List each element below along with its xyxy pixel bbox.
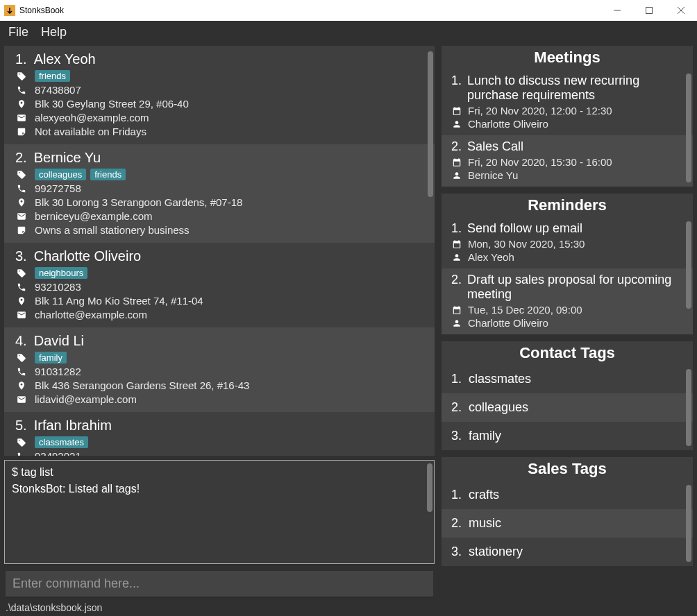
tag-list-item[interactable]: 1.crafts xyxy=(442,481,693,509)
contact-name: David Li xyxy=(34,333,84,349)
contact-address: Blk 30 Lorong 3 Serangoon Gardens, #07-1… xyxy=(35,196,242,208)
item-label: classmates xyxy=(469,372,531,386)
event-title: Lunch to discuss new recurring purchase … xyxy=(467,74,683,103)
event-when: Mon, 30 Nov 2020, 15:30 xyxy=(468,238,585,250)
tag-chip: neighbours xyxy=(35,267,87,279)
meetings-title: Meetings xyxy=(442,46,693,69)
item-index: 1. xyxy=(451,488,462,502)
contact-name: Charlotte Oliveiro xyxy=(34,248,142,264)
contact-list-panel: 1.Alex Yeohfriends87438807Blk 30 Geylang… xyxy=(4,46,435,456)
contact-index: 2. xyxy=(15,150,27,166)
item-label: family xyxy=(469,429,501,443)
item-index: 3. xyxy=(451,545,462,559)
scrollbar[interactable] xyxy=(686,485,691,562)
menu-file[interactable]: File xyxy=(8,25,28,40)
contact-tags: classmates xyxy=(35,436,88,448)
tag-chip: classmates xyxy=(35,436,88,448)
contact-phone: 99272758 xyxy=(35,182,81,194)
event-index: 1. xyxy=(451,221,462,236)
menu-help[interactable]: Help xyxy=(41,25,67,40)
tag-icon xyxy=(15,71,28,81)
command-input[interactable] xyxy=(6,571,433,598)
person-icon xyxy=(451,253,462,262)
scrollbar[interactable] xyxy=(686,369,691,446)
event-card[interactable]: 2.Sales CallFri, 20 Nov 2020, 15:30 - 16… xyxy=(442,135,693,187)
contact-list-scrollbar[interactable] xyxy=(428,50,433,452)
contact-email: charlotte@example.com xyxy=(35,309,147,320)
tag-icon xyxy=(15,438,28,447)
result-output: StonksBot: Listed all tags! xyxy=(12,483,427,495)
window-title: StonksBook xyxy=(19,6,64,15)
contact-email: alexyeoh@example.com xyxy=(35,112,149,123)
minimize-button[interactable] xyxy=(601,0,633,21)
contact-email: lidavid@example.com xyxy=(35,393,137,405)
contact-tags-title: Contact Tags xyxy=(442,341,693,365)
event-card[interactable]: 1.Send follow up emailMon, 30 Nov 2020, … xyxy=(442,217,693,268)
sales-tags-title: Sales Tags xyxy=(442,457,693,481)
person-icon xyxy=(451,318,462,328)
reminders-panel: Reminders 1.Send follow up emailMon, 30 … xyxy=(442,194,693,334)
event-who: Charlotte Oliveiro xyxy=(468,118,548,130)
tag-icon xyxy=(15,268,28,278)
tag-chip: friends xyxy=(35,70,70,82)
result-scrollbar[interactable] xyxy=(427,463,433,561)
status-bar: .\data\stonksbook.json xyxy=(0,601,697,616)
event-index: 1. xyxy=(451,74,462,103)
maximize-button[interactable] xyxy=(633,0,665,21)
tag-chip: colleagues xyxy=(35,169,86,180)
item-label: colleagues xyxy=(469,400,528,415)
app-icon xyxy=(4,5,15,16)
contact-card[interactable]: 1.Alex Yeohfriends87438807Blk 30 Geylang… xyxy=(4,46,435,144)
tag-icon xyxy=(15,353,28,363)
tag-list-item[interactable]: 1.classmates xyxy=(442,365,693,393)
window-titlebar: StonksBook xyxy=(0,0,697,21)
mail-icon xyxy=(15,212,28,221)
location-icon xyxy=(15,198,28,207)
sales-tags-panel: Sales Tags 1.crafts2.music3.stationery xyxy=(442,457,693,566)
contact-tags: friends xyxy=(35,70,70,82)
close-button[interactable] xyxy=(665,0,697,21)
contact-index: 1. xyxy=(15,51,27,67)
scrollbar[interactable] xyxy=(686,221,691,330)
tag-chip: family xyxy=(35,352,67,363)
contact-card[interactable]: 3.Charlotte Oliveironeighbours93210283Bl… xyxy=(4,243,435,327)
tag-chip: friends xyxy=(90,169,126,180)
contact-address: Blk 11 Ang Mo Kio Street 74, #11-04 xyxy=(35,295,203,307)
item-label: crafts xyxy=(469,488,499,502)
tag-list-item[interactable]: 2.colleagues xyxy=(442,393,693,422)
menubar: File Help xyxy=(0,21,697,43)
event-index: 2. xyxy=(451,273,462,302)
scrollbar[interactable] xyxy=(686,74,691,182)
result-command: $ tag list xyxy=(12,466,427,479)
event-card[interactable]: 1.Lunch to discuss new recurring purchas… xyxy=(442,69,693,135)
event-when: Fri, 20 Nov 2020, 15:30 - 16:00 xyxy=(468,156,612,168)
phone-icon xyxy=(15,85,28,95)
contact-index: 5. xyxy=(15,418,27,434)
contact-address: Blk 436 Serangoon Gardens Street 26, #16… xyxy=(35,379,249,391)
contact-name: Alex Yeoh xyxy=(34,51,96,67)
contact-card[interactable]: 4.David Lifamily91031282Blk 436 Serangoo… xyxy=(4,327,435,412)
meetings-panel: Meetings 1.Lunch to discuss new recurrin… xyxy=(442,46,693,187)
phone-icon xyxy=(15,452,28,456)
contact-note: Owns a small stationery business xyxy=(35,224,190,236)
contact-card[interactable]: 2.Bernice Yucolleaguesfriends99272758Blk… xyxy=(4,144,435,243)
tag-list-item[interactable]: 3.stationery xyxy=(442,538,693,566)
item-index: 2. xyxy=(451,516,462,531)
location-icon xyxy=(15,296,28,306)
svg-rect-1 xyxy=(646,8,653,14)
tag-list-item[interactable]: 3.family xyxy=(442,422,693,450)
contact-card[interactable]: 5.Irfan Ibrahimclassmates92492021Blk 47 … xyxy=(4,412,435,456)
calendar-icon xyxy=(451,305,462,315)
mail-icon xyxy=(15,310,28,320)
item-label: music xyxy=(469,516,501,531)
event-who: Alex Yeoh xyxy=(468,251,514,263)
note-icon xyxy=(15,225,28,235)
event-card[interactable]: 2.Draft up sales proposal for upcoming m… xyxy=(442,268,693,334)
contact-name: Irfan Ibrahim xyxy=(34,418,112,434)
tag-list-item[interactable]: 2.music xyxy=(442,509,693,538)
contact-tags: neighbours xyxy=(35,267,87,279)
event-who: Charlotte Oliveiro xyxy=(468,317,548,329)
item-index: 1. xyxy=(451,372,462,386)
location-icon xyxy=(15,99,28,109)
contact-email: berniceyu@example.com xyxy=(35,210,152,222)
